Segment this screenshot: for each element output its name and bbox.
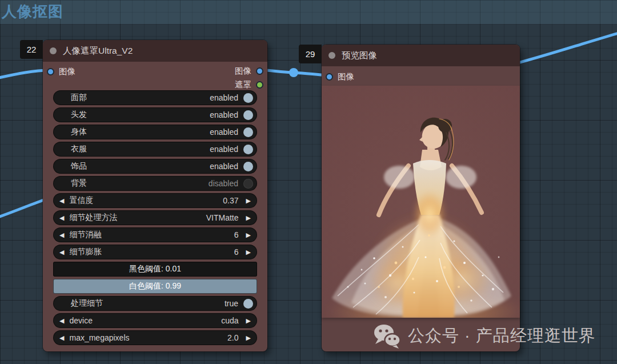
widget-value: cuda [221, 316, 238, 325]
toggle-face[interactable]: 面部 enabled [53, 90, 257, 105]
combo-detail-method[interactable]: ◀ 细节处理方法 VITMatte ▶ [53, 210, 257, 225]
widget-label: 衣服 [71, 144, 87, 154]
left-arrow-icon[interactable]: ◀ [59, 249, 64, 255]
toggle-knob[interactable] [243, 179, 253, 189]
widget-value: 0.37 [223, 196, 238, 205]
right-arrow-icon[interactable]: ▶ [246, 318, 251, 324]
port-dot-icon[interactable] [256, 81, 263, 89]
port-label: 图像 [59, 66, 75, 77]
toggle-knob[interactable] [243, 93, 253, 103]
combo-detail-dilate[interactable]: ◀ 细节膨胀 6 ▶ [53, 245, 257, 259]
widget-value: enabled [210, 162, 238, 171]
link-incoming-lower [0, 199, 47, 218]
widget-value: enabled [210, 145, 238, 154]
widget-label: 细节消融 [69, 230, 101, 240]
combo-detail-erode[interactable]: ◀ 细节消融 6 ▶ [53, 227, 257, 242]
widget-label: 细节处理方法 [69, 213, 117, 223]
widget-value: VITMatte [206, 213, 239, 222]
watermark-text: 公众号 · 产品经理逛世界 [408, 325, 596, 347]
widget-label: 头发 [71, 110, 87, 120]
left-arrow-icon[interactable]: ◀ [59, 198, 64, 204]
widget-label: 背景 [71, 178, 87, 189]
left-arrow-icon[interactable]: ◀ [59, 318, 64, 324]
widget-label: device [69, 316, 92, 325]
collapse-dot-icon[interactable] [50, 47, 57, 54]
link-outgoing-topright [516, 33, 617, 63]
widget-value: 6 [234, 230, 239, 239]
widget-label: max_megapixels [69, 333, 129, 342]
toggle-clothes[interactable]: 衣服 enabled [53, 142, 257, 157]
widget-label: 细节膨胀 [69, 247, 101, 257]
toggle-process-detail[interactable]: 处理细节 true [53, 296, 257, 311]
output-port-mask[interactable]: 遮罩 [235, 79, 263, 90]
widget-label: 处理细节 [71, 298, 103, 309]
combo-max-megapixels[interactable]: ◀ max_megapixels 2.0 ▶ [53, 330, 257, 345]
widget-label: 面部 [71, 93, 87, 103]
toggle-hair[interactable]: 头发 enabled [53, 107, 257, 122]
right-arrow-icon[interactable]: ▶ [246, 232, 251, 238]
input-port-image[interactable]: 图像 [47, 66, 75, 77]
wechat-icon [373, 323, 402, 349]
collapse-dot-icon[interactable] [328, 52, 335, 59]
widget-value: enabled [210, 93, 238, 102]
left-arrow-icon[interactable]: ◀ [59, 232, 64, 238]
toggle-knob[interactable] [243, 127, 253, 137]
right-arrow-icon[interactable]: ▶ [246, 335, 251, 341]
node-header[interactable]: 人像遮罩Ultra_V2 [43, 40, 267, 62]
reroute-dot[interactable] [289, 68, 298, 77]
widget-label: 饰品 [71, 161, 87, 171]
port-dot-icon[interactable] [256, 67, 263, 75]
node-preview-image[interactable]: 29 预览图像 图像 [322, 45, 520, 351]
node-id-badge: 29 [299, 45, 322, 63]
toggle-knob[interactable] [243, 299, 253, 309]
port-label: 图像 [338, 71, 354, 82]
bar-black-threshold[interactable]: 黑色阈值: 0.01 [53, 262, 257, 277]
node-header[interactable]: 预览图像 [322, 45, 520, 66]
widget-label: 身体 [71, 127, 87, 137]
node-id-badge: 22 [20, 40, 43, 59]
output-port-image[interactable]: 图像 [235, 66, 263, 77]
widget-value: true [225, 299, 238, 308]
combo-confidence[interactable]: ◀ 置信度 0.37 ▶ [53, 193, 257, 208]
bar-white-threshold[interactable]: 白色阈值: 0.99 [53, 279, 257, 294]
left-arrow-icon[interactable]: ◀ [59, 335, 64, 341]
right-arrow-icon[interactable]: ▶ [246, 198, 251, 204]
widget-value: enabled [210, 110, 238, 119]
node-portrait-mask[interactable]: 22 人像遮罩Ultra_V2 图像 图像 遮罩 面部 enabled [43, 40, 267, 351]
left-arrow-icon[interactable]: ◀ [59, 215, 64, 221]
link-incoming-image [0, 70, 49, 78]
node-title: 预览图像 [342, 50, 377, 62]
toggle-accessories[interactable]: 饰品 enabled [53, 159, 257, 174]
right-arrow-icon[interactable]: ▶ [246, 249, 251, 255]
preview-image [322, 86, 520, 318]
combo-device[interactable]: ◀ device cuda ▶ [53, 313, 257, 328]
widget-value: disabled [209, 179, 238, 188]
ports-section: 图像 图像 遮罩 [43, 62, 267, 90]
node-editor-canvas[interactable]: 人像抠图 22 人像遮罩Ultra_V2 图像 图像 遮罩 [0, 0, 617, 364]
port-dot-icon[interactable] [47, 68, 54, 75]
widget-text: 白色阈值: 0.99 [129, 281, 181, 291]
widget-text: 黑色阈值: 0.01 [129, 264, 181, 274]
port-dot-icon[interactable] [326, 73, 333, 81]
toggle-knob[interactable] [243, 110, 253, 120]
right-arrow-icon[interactable]: ▶ [246, 215, 251, 221]
widget-value: 6 [234, 247, 239, 257]
toggle-background[interactable]: 背景 disabled [53, 176, 257, 191]
widget-value: 2.0 [227, 333, 238, 342]
port-label: 图像 [235, 66, 251, 77]
toggle-knob[interactable] [243, 145, 253, 154]
toggle-knob[interactable] [243, 162, 253, 171]
node-title: 人像遮罩Ultra_V2 [63, 45, 133, 57]
widget-value: enabled [210, 127, 238, 137]
widget-label: 置信度 [69, 195, 93, 206]
input-port-image[interactable]: 图像 [326, 71, 354, 82]
ports-section: 图像 [322, 66, 520, 86]
watermark: 公众号 · 产品经理逛世界 [373, 323, 596, 349]
toggle-body[interactable]: 身体 enabled [53, 125, 257, 139]
port-label: 遮罩 [235, 79, 251, 90]
